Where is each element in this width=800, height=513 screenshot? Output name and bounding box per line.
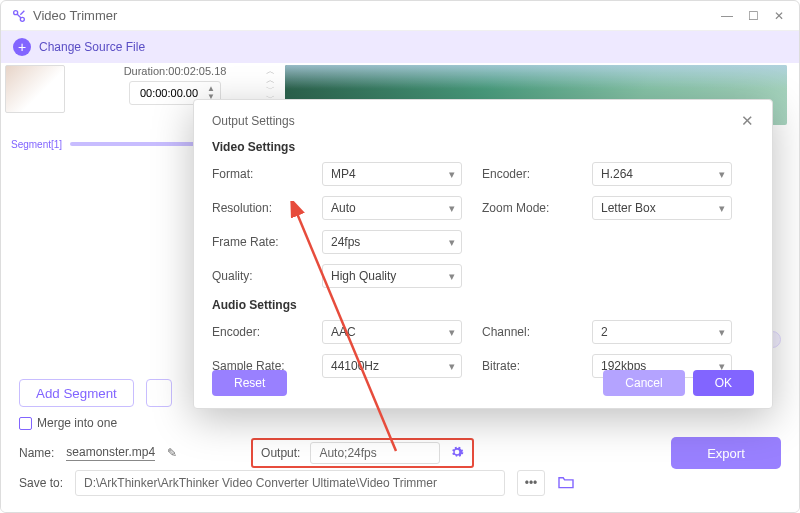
merge-checkbox[interactable]: Merge into one [19,416,117,430]
quality-select[interactable]: High Quality [322,264,462,288]
zoom-label: Zoom Mode: [482,201,572,215]
plus-icon[interactable]: + [13,38,31,56]
quality-label: Quality: [212,269,302,283]
start-time-field[interactable] [134,87,204,99]
audio-settings-header: Audio Settings [212,298,754,312]
encoder-a-select[interactable]: AAC [322,320,462,344]
clip-thumbnail[interactable] [5,65,65,113]
resolution-label: Resolution: [212,201,302,215]
open-folder-icon[interactable] [557,475,575,492]
save-path[interactable]: D:\ArkThinker\ArkThinker Video Converter… [75,470,505,496]
reset-button[interactable]: Reset [212,370,287,396]
format-select[interactable]: MP4 [322,162,462,186]
window-title: Video Trimmer [33,8,117,23]
output-settings-dialog: Output Settings ✕ Video Settings Format:… [193,99,773,409]
resolution-select[interactable]: Auto [322,196,462,220]
titlebar: Video Trimmer — ☐ ✕ [1,1,799,31]
cancel-button[interactable]: Cancel [603,370,684,396]
encoder-v-select[interactable]: H.264 [592,162,732,186]
zoom-select[interactable]: Letter Box [592,196,732,220]
format-label: Format: [212,167,302,181]
app-logo-icon [11,8,27,24]
save-to-label: Save to: [19,476,63,490]
segment-label[interactable]: Segment[1] [11,139,62,150]
minimize-button[interactable]: — [717,6,737,26]
encoder-a-label: Encoder: [212,325,302,339]
dialog-title: Output Settings [212,114,295,128]
browse-button[interactable]: ••• [517,470,545,496]
framerate-select[interactable]: 24fps [322,230,462,254]
name-label: Name: [19,446,54,460]
output-value[interactable]: Auto;24fps [310,442,440,464]
output-settings-group: Output: Auto;24fps [251,438,474,468]
output-label: Output: [261,446,300,460]
reorder-arrows[interactable]: ︿︿﹀﹀ [266,67,275,102]
gear-icon[interactable] [450,445,464,462]
encoder-v-label: Encoder: [482,167,572,181]
source-toolbar: + Change Source File [1,31,799,63]
close-button[interactable]: ✕ [769,6,789,26]
duration-label: Duration:00:02:05.18 [75,65,275,77]
name-value: seamonster.mp4 [66,445,155,461]
export-button[interactable]: Export [671,437,781,469]
dialog-close-icon[interactable]: ✕ [741,112,754,130]
add-segment-button[interactable]: Add Segment [19,379,134,407]
maximize-button[interactable]: ☐ [743,6,763,26]
edit-name-icon[interactable]: ✎ [167,446,177,460]
channel-label: Channel: [482,325,572,339]
framerate-label: Frame Rate: [212,235,302,249]
secondary-button[interactable] [146,379,172,407]
change-source-button[interactable]: Change Source File [39,40,145,54]
video-settings-header: Video Settings [212,140,754,154]
channel-select[interactable]: 2 [592,320,732,344]
ok-button[interactable]: OK [693,370,754,396]
